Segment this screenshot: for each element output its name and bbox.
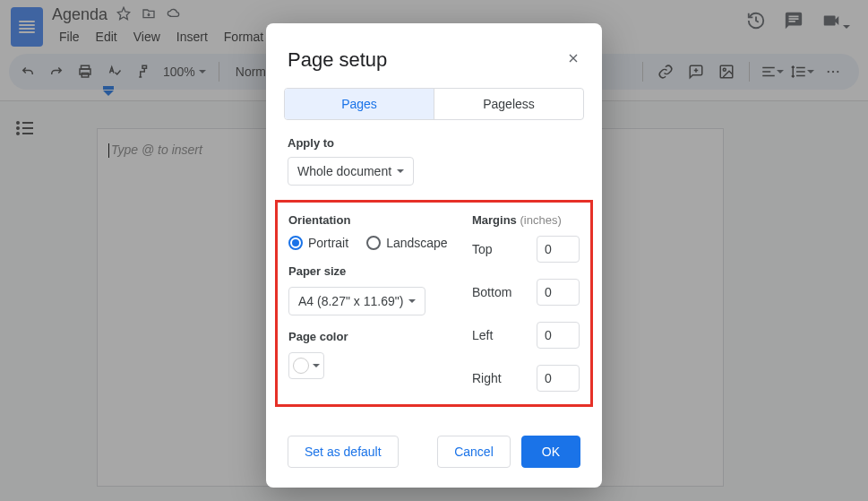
radio-selected-icon <box>288 236 303 250</box>
orientation-portrait[interactable]: Portrait <box>288 236 348 250</box>
margin-left-label: Left <box>472 328 493 342</box>
margin-top-input[interactable] <box>537 236 580 263</box>
margin-bottom-label: Bottom <box>472 285 511 299</box>
close-button[interactable] <box>566 51 580 69</box>
paper-size-label: Paper size <box>288 264 454 278</box>
page-color-label: Page color <box>288 330 454 343</box>
margins-label: Margins (inches) <box>472 213 580 227</box>
set-default-button[interactable]: Set as default <box>288 436 399 468</box>
radio-icon <box>366 236 381 250</box>
margin-right-input[interactable] <box>537 365 580 392</box>
orientation-label: Orientation <box>288 213 454 227</box>
cancel-button[interactable]: Cancel <box>437 436 511 468</box>
chevron-down-icon <box>313 364 320 367</box>
paper-size-select[interactable]: A4 (8.27" x 11.69") <box>288 287 425 315</box>
chevron-down-icon <box>408 299 416 303</box>
tab-pages[interactable]: Pages <box>285 89 434 119</box>
chevron-down-icon <box>397 169 404 173</box>
margin-bottom-input[interactable] <box>537 279 580 306</box>
ok-button[interactable]: OK <box>521 436 580 468</box>
dialog-tabs: Pages Pageless <box>284 88 584 120</box>
dialog-title: Page setup <box>288 48 387 72</box>
page-color-select[interactable] <box>288 352 324 379</box>
color-swatch-icon <box>293 358 309 374</box>
margin-right-label: Right <box>472 371 502 385</box>
margin-left-input[interactable] <box>537 322 580 349</box>
orientation-landscape[interactable]: Landscape <box>366 236 448 250</box>
apply-to-select[interactable]: Whole document <box>288 157 414 186</box>
tab-pageless[interactable]: Pageless <box>434 89 583 119</box>
page-setup-dialog: Page setup Pages Pageless Apply to Whole… <box>266 23 602 488</box>
apply-to-label: Apply to <box>266 136 602 150</box>
margin-top-label: Top <box>472 242 493 256</box>
highlight-box: Orientation Portrait Landscape Paper siz… <box>275 200 593 407</box>
